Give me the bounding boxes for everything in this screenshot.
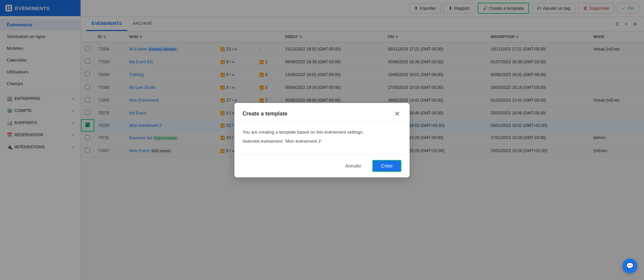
- modal-close-button[interactable]: ✕: [393, 110, 401, 118]
- modal-overlay: Create a template ✕ You are creating a t…: [0, 0, 644, 280]
- chat-icon: 💬: [626, 262, 634, 270]
- creer-button[interactable]: Créer: [372, 160, 401, 172]
- modal-description-1: You are creating a template based on thi…: [243, 129, 401, 136]
- modal-body: You are creating a template based on thi…: [234, 122, 410, 154]
- create-template-modal: Create a template ✕ You are creating a t…: [234, 103, 410, 177]
- modal-footer: Annuler Créer: [234, 154, 410, 177]
- chat-bubble-button[interactable]: 💬: [622, 258, 637, 273]
- modal-header: Create a template ✕: [234, 103, 410, 122]
- modal-description-2: Selected événement: 'Mon événement 2': [243, 138, 401, 145]
- cancel-button[interactable]: Annuler: [339, 160, 368, 172]
- modal-title: Create a template: [243, 111, 287, 117]
